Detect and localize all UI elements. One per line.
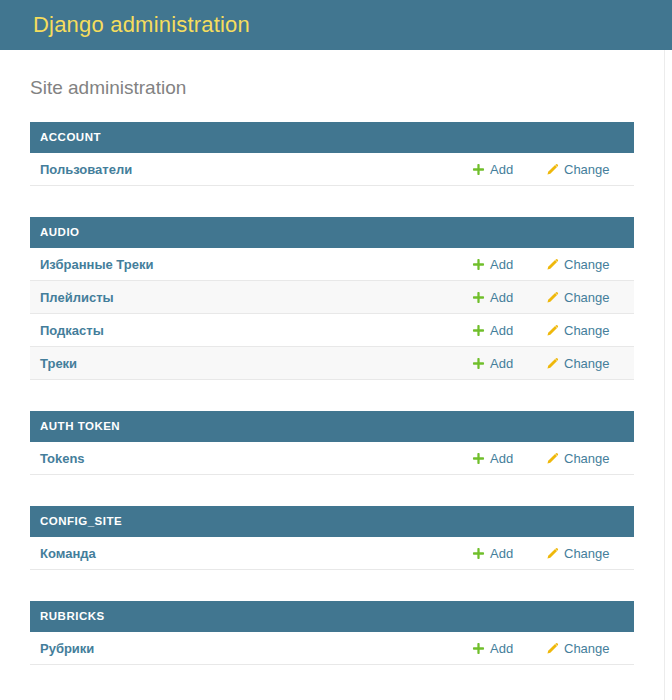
- change-label: Change: [564, 290, 610, 305]
- main-content: Site administration ACCOUNT Пользователи…: [30, 77, 634, 665]
- change-label: Change: [564, 641, 610, 656]
- table-row: Избранные Треки Add Change: [30, 248, 634, 281]
- change-button[interactable]: Change: [546, 162, 621, 177]
- window-right-edge: [664, 50, 665, 700]
- change-button[interactable]: Change: [546, 546, 621, 561]
- model-link[interactable]: Треки: [40, 356, 77, 371]
- app-header: Django administration: [0, 0, 672, 50]
- pencil-icon: [546, 452, 559, 465]
- site-title[interactable]: Django administration: [33, 12, 250, 38]
- row-actions: Add Change: [472, 451, 621, 466]
- add-label: Add: [490, 356, 513, 371]
- change-label: Change: [564, 162, 610, 177]
- model-link[interactable]: Рубрики: [40, 641, 94, 656]
- plus-icon: [472, 258, 485, 271]
- app-caption-account[interactable]: ACCOUNT: [30, 122, 634, 153]
- plus-icon: [472, 547, 485, 560]
- change-button[interactable]: Change: [546, 257, 621, 272]
- plus-icon: [472, 642, 485, 655]
- add-label: Add: [490, 323, 513, 338]
- pencil-icon: [546, 642, 559, 655]
- plus-icon: [472, 163, 485, 176]
- add-label: Add: [490, 290, 513, 305]
- change-button[interactable]: Change: [546, 290, 621, 305]
- app-caption-auth-token[interactable]: AUTH TOKEN: [30, 411, 634, 442]
- table-row: Пользователи Add Change: [30, 153, 634, 186]
- row-actions: Add Change: [472, 257, 621, 272]
- plus-icon: [472, 324, 485, 337]
- table-row: Tokens Add Change: [30, 442, 634, 475]
- change-label: Change: [564, 257, 610, 272]
- add-button[interactable]: Add: [472, 257, 524, 272]
- change-button[interactable]: Change: [546, 356, 621, 371]
- add-button[interactable]: Add: [472, 323, 524, 338]
- app-module-audio: AUDIO Избранные Треки Add Change Плейлис…: [30, 217, 634, 380]
- pencil-icon: [546, 163, 559, 176]
- pencil-icon: [546, 258, 559, 271]
- change-button[interactable]: Change: [546, 323, 621, 338]
- app-module-auth-token: AUTH TOKEN Tokens Add Change: [30, 411, 634, 475]
- table-row: Треки Add Change: [30, 347, 634, 380]
- app-module-account: ACCOUNT Пользователи Add Change: [30, 122, 634, 186]
- model-link[interactable]: Команда: [40, 546, 96, 561]
- change-label: Change: [564, 356, 610, 371]
- app-module-rubricks: RUBRICKS Рубрики Add Change: [30, 601, 634, 665]
- row-actions: Add Change: [472, 162, 621, 177]
- table-row: Плейлисты Add Change: [30, 281, 634, 314]
- plus-icon: [472, 452, 485, 465]
- pencil-icon: [546, 324, 559, 337]
- change-button[interactable]: Change: [546, 451, 621, 466]
- page-title: Site administration: [30, 77, 634, 99]
- add-label: Add: [490, 641, 513, 656]
- add-label: Add: [490, 546, 513, 561]
- row-actions: Add Change: [472, 323, 621, 338]
- add-label: Add: [490, 162, 513, 177]
- add-button[interactable]: Add: [472, 641, 524, 656]
- table-row: Рубрики Add Change: [30, 632, 634, 665]
- pencil-icon: [546, 547, 559, 560]
- plus-icon: [472, 291, 485, 304]
- model-link[interactable]: Tokens: [40, 451, 85, 466]
- add-label: Add: [490, 451, 513, 466]
- pencil-icon: [546, 357, 559, 370]
- add-button[interactable]: Add: [472, 290, 524, 305]
- app-caption-rubricks[interactable]: RUBRICKS: [30, 601, 634, 632]
- table-row: Подкасты Add Change: [30, 314, 634, 347]
- table-row: Команда Add Change: [30, 537, 634, 570]
- row-actions: Add Change: [472, 546, 621, 561]
- change-button[interactable]: Change: [546, 641, 621, 656]
- add-button[interactable]: Add: [472, 162, 524, 177]
- change-label: Change: [564, 546, 610, 561]
- model-link[interactable]: Пользователи: [40, 162, 132, 177]
- change-label: Change: [564, 323, 610, 338]
- model-link[interactable]: Подкасты: [40, 323, 104, 338]
- app-caption-audio[interactable]: AUDIO: [30, 217, 634, 248]
- app-module-config-site: CONFIG_SITE Команда Add Change: [30, 506, 634, 570]
- change-label: Change: [564, 451, 610, 466]
- app-caption-config-site[interactable]: CONFIG_SITE: [30, 506, 634, 537]
- row-actions: Add Change: [472, 641, 621, 656]
- row-actions: Add Change: [472, 356, 621, 371]
- pencil-icon: [546, 291, 559, 304]
- add-button[interactable]: Add: [472, 356, 524, 371]
- model-link[interactable]: Избранные Треки: [40, 257, 153, 272]
- add-button[interactable]: Add: [472, 451, 524, 466]
- plus-icon: [472, 357, 485, 370]
- model-link[interactable]: Плейлисты: [40, 290, 114, 305]
- add-label: Add: [490, 257, 513, 272]
- row-actions: Add Change: [472, 290, 621, 305]
- add-button[interactable]: Add: [472, 546, 524, 561]
